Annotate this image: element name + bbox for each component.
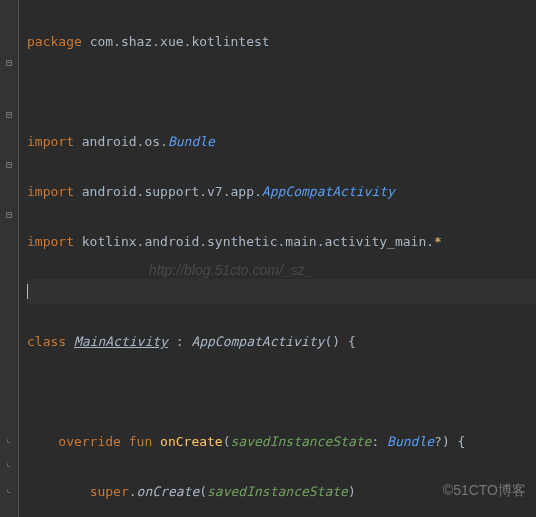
fold-icon[interactable]: ⊟ xyxy=(2,158,16,172)
code-line: import kotlinx.android.synthetic.main.ac… xyxy=(27,229,536,254)
fold-icon[interactable]: ⊟ xyxy=(2,208,16,222)
fold-end-icon[interactable]: ⌞ xyxy=(2,432,16,446)
code-line: package com.shaz.xue.kotlintest xyxy=(27,29,536,54)
code-line xyxy=(27,79,536,104)
code-line: import android.support.v7.app.AppCompatA… xyxy=(27,179,536,204)
fold-end-icon[interactable]: ⌞ xyxy=(2,456,16,470)
code-line: import android.os.Bundle xyxy=(27,129,536,154)
gutter: ⊟ ⊟ ⊟ ⊟ ⌞ ⌞ ⌞ xyxy=(0,0,19,517)
code-area[interactable]: package com.shaz.xue.kotlintest import a… xyxy=(19,0,536,517)
code-line: override fun onCreate(savedInstanceState… xyxy=(27,429,536,454)
fold-icon[interactable]: ⊟ xyxy=(2,108,16,122)
fold-icon[interactable]: ⊟ xyxy=(2,56,16,70)
code-line: class MainActivity : AppCompatActivity()… xyxy=(27,329,536,354)
code-editor[interactable]: ⊟ ⊟ ⊟ ⊟ ⌞ ⌞ ⌞ package com.shaz.xue.kotli… xyxy=(0,0,536,517)
code-line-active xyxy=(27,279,536,304)
watermark: ©51CTO博客 xyxy=(443,478,526,503)
code-line xyxy=(27,379,536,404)
fold-end-icon[interactable]: ⌞ xyxy=(2,482,16,496)
